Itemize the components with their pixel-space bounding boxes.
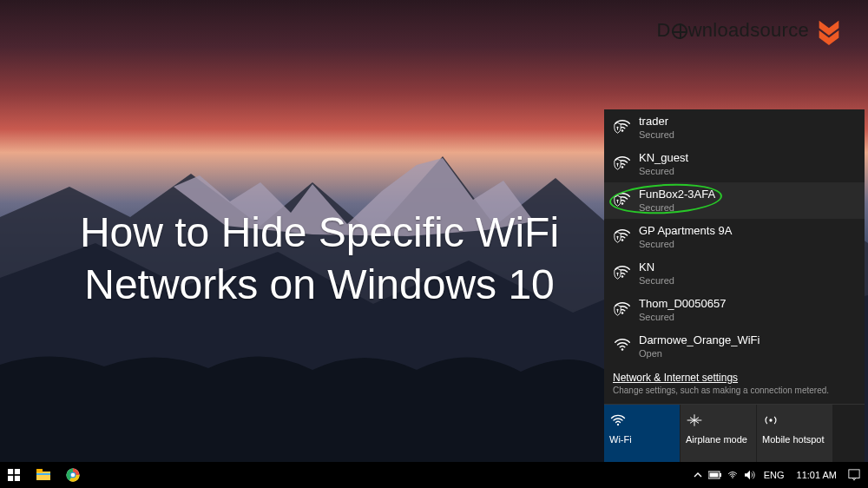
svg-point-7: [616, 200, 618, 201]
svg-rect-2: [617, 129, 618, 130]
wifi-icon: [727, 470, 739, 480]
tray-battery[interactable]: [707, 462, 724, 488]
wifi-ssid: Thom_D0050657: [639, 297, 726, 311]
wifi-network-item[interactable]: KNSecured: [604, 255, 865, 292]
wifi-text: GP Apartments 9ASecured: [639, 224, 732, 250]
wifi-ssid: trader: [639, 115, 674, 129]
wifi-status: Secured: [639, 238, 732, 250]
svg-point-19: [617, 424, 619, 425]
wifi-status: Secured: [639, 165, 688, 177]
wifi-signal-icon: [613, 335, 630, 353]
clock: 11:01 AM: [790, 470, 844, 480]
svg-rect-35: [849, 470, 859, 478]
wifi-ssid: GP Apartments 9A: [639, 224, 732, 238]
wifi-network-list: traderSecuredKN_guestSecuredFunBox2-3AFA…: [604, 109, 865, 365]
language-indicator[interactable]: ENG: [759, 470, 790, 480]
chevron-up-icon: [694, 471, 702, 479]
wifi-icon: [609, 410, 674, 431]
brand-mid: wnload: [688, 19, 751, 41]
chrome-button[interactable]: [59, 462, 87, 488]
svg-point-3: [621, 166, 624, 168]
svg-point-4: [616, 163, 618, 165]
wifi-status: Open: [639, 347, 760, 359]
svg-rect-24: [15, 476, 20, 481]
svg-rect-14: [617, 274, 618, 276]
tray-chevron[interactable]: [689, 462, 707, 488]
wifi-signal-icon: [613, 153, 630, 170]
hotspot-icon: [762, 410, 827, 431]
svg-rect-25: [36, 472, 50, 480]
wifi-signal-icon: [613, 116, 630, 134]
svg-point-9: [621, 239, 624, 241]
svg-point-30: [71, 473, 76, 478]
wifi-text: KN_guestSecured: [639, 151, 688, 177]
tile-hotspot[interactable]: Mobile hotspot: [757, 405, 833, 462]
brand-chevron-icon: [814, 16, 844, 45]
wifi-status: Secured: [639, 129, 674, 141]
wifi-settings-section: Network & Internet settings Change setti…: [604, 365, 865, 404]
svg-point-16: [616, 309, 618, 311]
wifi-signal-icon: [613, 226, 630, 243]
wifi-text: Thom_D0050657Secured: [639, 297, 726, 323]
wifi-status: Secured: [639, 311, 726, 323]
svg-rect-33: [709, 473, 718, 478]
tray-wifi[interactable]: [724, 462, 741, 488]
wifi-network-item[interactable]: FunBox2-3AFASecured: [604, 182, 865, 219]
start-button[interactable]: [0, 462, 28, 488]
brand-watermark: Dwnloadsource: [656, 16, 844, 45]
svg-rect-26: [36, 469, 43, 472]
svg-point-18: [621, 348, 624, 351]
wifi-status: Secured: [639, 201, 715, 214]
svg-rect-8: [617, 201, 618, 203]
file-explorer-icon: [36, 469, 50, 481]
taskbar-left: [0, 462, 87, 488]
file-explorer-button[interactable]: [30, 462, 57, 488]
overlay-title-line1: How to Hide Specific WiFi: [50, 207, 589, 259]
wifi-flyout: traderSecuredKN_guestSecuredFunBox2-3AFA…: [604, 109, 865, 462]
svg-point-6: [621, 202, 624, 205]
svg-rect-21: [8, 469, 13, 474]
wifi-signal-icon: [613, 262, 630, 280]
tile-wifi[interactable]: Wi-Fi: [604, 405, 681, 462]
svg-rect-32: [720, 473, 721, 477]
svg-rect-22: [15, 469, 20, 474]
brand-prefix: D: [656, 19, 670, 41]
svg-point-0: [621, 129, 624, 132]
wifi-ssid: FunBox2-3AFA: [639, 188, 715, 201]
overlay-title-line2: Networks on Windows 10: [50, 259, 589, 311]
svg-rect-23: [8, 476, 13, 481]
wifi-status: Secured: [639, 274, 674, 287]
wifi-ssid: KN_guest: [639, 151, 688, 165]
wifi-signal-icon: [613, 299, 630, 316]
chrome-icon: [66, 468, 80, 482]
svg-point-10: [616, 236, 618, 238]
wifi-network-item[interactable]: traderSecured: [604, 109, 865, 146]
taskbar: ENG 11:01 AM: [0, 462, 868, 488]
tile-airplane[interactable]: Airplane mode: [681, 405, 757, 462]
volume-icon: [744, 470, 756, 480]
wifi-text: traderSecured: [639, 115, 674, 141]
tile-wifi-label: Wi-Fi: [609, 434, 674, 445]
action-center[interactable]: [844, 462, 865, 488]
svg-point-20: [769, 419, 772, 421]
wifi-text: Darmowe_Orange_WiFiOpen: [639, 333, 760, 359]
network-settings-link[interactable]: Network & Internet settings: [613, 372, 738, 384]
battery-icon: [708, 471, 722, 479]
svg-rect-11: [617, 238, 618, 240]
airplane-icon: [686, 410, 751, 431]
system-tray: ENG 11:01 AM: [689, 462, 868, 488]
tile-airplane-label: Airplane mode: [686, 434, 751, 445]
wifi-text: KNSecured: [639, 260, 674, 287]
wifi-network-item[interactable]: KN_guestSecured: [604, 146, 865, 182]
tray-volume[interactable]: [741, 462, 759, 488]
wifi-ssid: KN: [639, 260, 674, 274]
svg-point-13: [616, 273, 618, 274]
svg-rect-27: [36, 473, 50, 475]
windows-logo-icon: [8, 469, 20, 481]
wifi-network-item[interactable]: GP Apartments 9ASecured: [604, 219, 865, 255]
svg-point-1: [616, 127, 618, 129]
svg-rect-17: [617, 311, 618, 313]
brand-text: Dwnloadsource: [656, 19, 809, 42]
wifi-network-item[interactable]: Darmowe_Orange_WiFiOpen: [604, 328, 865, 365]
wifi-network-item[interactable]: Thom_D0050657Secured: [604, 292, 865, 328]
